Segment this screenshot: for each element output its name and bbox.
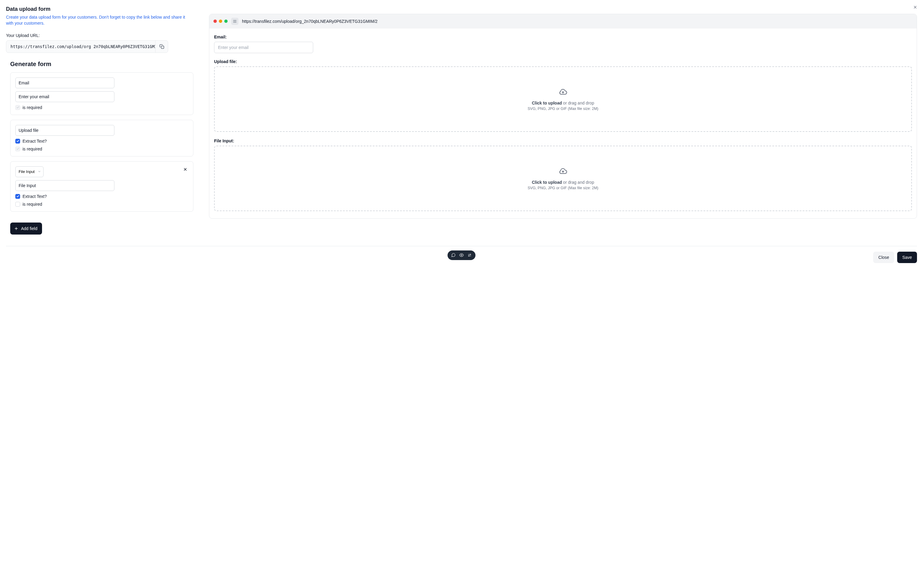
cloud-upload-icon [558,166,568,176]
cloud-upload-icon [558,87,568,97]
required-checkbox [15,146,20,151]
preview-email-label: Email: [214,34,912,39]
field-label-input[interactable] [15,180,114,191]
preview-email-input[interactable] [214,42,313,53]
field-type-select[interactable]: File Input [15,166,44,177]
menu-icon[interactable] [231,18,238,25]
field-card: is required [10,72,193,115]
field-label-input[interactable] [15,77,114,88]
close-icon[interactable] [913,5,918,10]
delete-field-button[interactable] [183,167,188,172]
upload-url-text: https://transfilez.com/upload/org_2n70qb… [6,44,155,49]
extract-text-checkbox[interactable] [15,139,20,143]
preview-panel: https://transfilez.com/upload/org_2n70qb… [209,14,917,218]
dropzone-hint: SVG, PNG, JPG or GIF (Max file size: 2M) [527,186,598,190]
chat-icon[interactable] [451,253,456,257]
eye-icon[interactable] [460,253,464,257]
page-description: Create your data upload form for your cu… [6,14,192,26]
required-label: is required [23,146,42,151]
add-field-label: Add field [21,226,37,231]
window-dots [214,20,228,23]
floating-toolbar[interactable] [448,250,476,260]
dropzone-text: Click to upload or drag and drop [532,180,594,185]
preview-upload-label: Upload file: [214,59,912,64]
svg-point-3 [468,256,469,256]
extract-text-label: Extract Text? [23,139,47,143]
required-label: is required [23,202,42,207]
settings-icon[interactable] [468,253,472,257]
field-label-input[interactable] [15,125,114,136]
extract-text-label: Extract Text? [23,194,47,199]
dropzone-text: Click to upload or drag and drop [532,100,594,105]
dropzone-hint: SVG, PNG, JPG or GIF (Max file size: 2M) [527,107,598,111]
field-card: File Input Extract Text? [10,161,193,212]
extract-text-checkbox[interactable] [15,194,20,199]
copy-button[interactable] [155,41,168,53]
close-icon [183,167,188,172]
add-field-button[interactable]: Add field [10,223,42,235]
generate-form-heading: Generate form [10,61,198,67]
field-placeholder-input[interactable] [15,91,114,102]
svg-point-1 [461,255,462,256]
svg-rect-0 [161,46,164,49]
preview-url: https://transfilez.com/upload/org_2n70qb… [242,19,378,24]
required-checkbox [15,105,20,110]
upload-url-label: Your Upload URL: [6,33,198,38]
copy-icon [159,44,164,49]
preview-fileinput-label: File Input: [214,138,912,143]
dropzone[interactable]: Click to upload or drag and drop SVG, PN… [214,146,912,211]
dropzone[interactable]: Click to upload or drag and drop SVG, PN… [214,66,912,132]
required-checkbox[interactable] [15,202,20,207]
page-title: Data upload form [6,6,917,12]
plus-icon [14,226,19,231]
field-card: Extract Text? is required [10,120,193,156]
preview-toolbar: https://transfilez.com/upload/org_2n70qb… [209,14,917,28]
upload-url-box: https://transfilez.com/upload/org_2n70qb… [6,40,168,53]
close-button[interactable]: Close [873,252,894,263]
svg-point-2 [470,254,471,255]
save-button[interactable]: Save [897,252,917,263]
required-label: is required [23,105,42,110]
